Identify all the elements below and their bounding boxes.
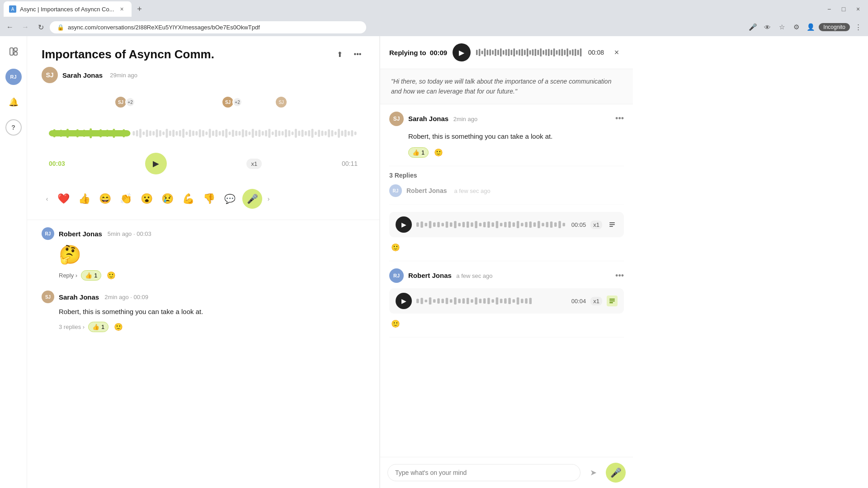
audio-player-main: SJ +2 SJ +2 SJ [42, 90, 365, 180]
svg-rect-169 [554, 222, 557, 227]
svg-rect-196 [504, 298, 507, 304]
svg-rect-179 [433, 299, 436, 303]
emoji-clap[interactable]: 👏 [116, 189, 136, 209]
panel-reply-2-speed[interactable]: x1 [590, 297, 602, 305]
svg-rect-175 [416, 299, 419, 303]
message-footer-1: Reply › 👍 1 🙂 [59, 269, 365, 282]
panel-close-button[interactable]: × [609, 45, 624, 60]
panel-reply-1-play[interactable]: ▶ [396, 216, 412, 233]
svg-rect-77 [295, 129, 297, 138]
panel-reply-1-emoji-react[interactable]: 🙂 [389, 241, 402, 253]
emoji-wow[interactable]: 😮 [137, 189, 156, 209]
window-maximize-button[interactable]: □ [837, 3, 850, 15]
svg-rect-90 [338, 129, 340, 138]
emoji-scroll-left[interactable]: ‹ [42, 193, 52, 204]
panel-reply-2-transcript[interactable] [607, 296, 618, 306]
svg-rect-19 [99, 129, 102, 137]
panel-reaction-thumbsup[interactable]: 👍 1 [408, 147, 429, 158]
emoji-scroll-right[interactable]: › [263, 193, 274, 204]
panel-reply-2-emoji-react[interactable]: 🙂 [389, 317, 402, 330]
svg-rect-135 [580, 48, 582, 56]
browser-tab-active[interactable]: A Async | Importances of Asyncn Co... × [4, 1, 132, 17]
svg-rect-105 [500, 48, 502, 56]
emoji-heart[interactable]: ❤️ [53, 189, 73, 209]
svg-rect-43 [182, 129, 184, 138]
panel-reply-1-audio: ▶ [389, 212, 624, 237]
emoji-comment[interactable]: 💬 [220, 189, 240, 209]
panel-emoji-react[interactable]: 🙂 [432, 146, 445, 159]
emoji-record-button[interactable]: 🎤 [242, 189, 262, 209]
message-more-2[interactable]: ••• [352, 291, 365, 303]
sidebar-help[interactable]: ? [5, 119, 22, 136]
reply-button-1[interactable]: Reply › [59, 272, 77, 279]
message-author-1: Robert Jonas [59, 230, 102, 238]
panel-reply-1-speed[interactable]: x1 [590, 221, 602, 229]
svg-rect-173 [609, 224, 615, 225]
panel-comment-more[interactable]: ••• [615, 114, 624, 123]
svg-rect-182 [446, 298, 448, 304]
header-actions: ⬆ ••• [332, 47, 365, 61]
lens-icon[interactable]: 👁 [761, 21, 774, 33]
replies-count-2[interactable]: 3 replies › [59, 324, 85, 330]
panel-reply-2-audio: ▶ [389, 288, 624, 314]
tab-close-button[interactable]: × [118, 5, 126, 13]
svg-rect-160 [517, 221, 519, 228]
sidebar-notifications[interactable]: 🔔 [5, 94, 22, 110]
emoji-thumbsdown[interactable]: 👎 [199, 189, 219, 209]
panel-reply-1-transcript[interactable] [607, 219, 618, 230]
menu-icon[interactable]: ⋮ [852, 21, 864, 33]
emoji-sad[interactable]: 😢 [157, 189, 177, 209]
back-button[interactable]: ← [4, 21, 16, 33]
forward-button[interactable]: → [19, 21, 32, 33]
sidebar-panel-toggle[interactable] [5, 43, 22, 60]
svg-rect-61 [242, 129, 244, 137]
svg-rect-30 [139, 129, 142, 138]
svg-rect-101 [490, 49, 491, 56]
panel-mic-button[interactable]: 🎤 [606, 463, 626, 483]
profile-icon[interactable]: 👤 [804, 21, 817, 33]
reaction-thumbsup-1[interactable]: 👍 1 [81, 270, 101, 281]
share-button[interactable]: ⬆ [332, 47, 347, 61]
svg-rect-92 [344, 130, 347, 137]
svg-rect-142 [441, 223, 444, 226]
microphone-icon[interactable]: 🎤 [746, 21, 759, 33]
reload-button[interactable]: ↻ [34, 21, 47, 33]
more-options-button[interactable]: ••• [350, 47, 365, 61]
panel-header-play-button[interactable]: ▶ [453, 43, 471, 61]
svg-rect-134 [577, 50, 579, 55]
waveform-container[interactable] [49, 122, 358, 149]
svg-rect-86 [325, 131, 327, 136]
play-button-main[interactable]: ▶ [145, 153, 167, 174]
avatar-rj-1: RJ [42, 227, 54, 240]
window-close-button[interactable]: × [852, 3, 864, 15]
svg-rect-184 [454, 297, 457, 305]
emoji-flex[interactable]: 💪 [178, 189, 198, 209]
emoji-thumbsup[interactable]: 👍 [74, 189, 94, 209]
panel-send-button[interactable]: ➤ [585, 465, 601, 481]
new-tab-button[interactable]: + [133, 3, 146, 15]
panel-input-field[interactable] [387, 464, 580, 481]
svg-rect-59 [235, 131, 237, 136]
svg-rect-11 [73, 131, 75, 135]
svg-rect-102 [492, 50, 494, 55]
svg-rect-138 [425, 223, 427, 226]
window-minimize-button[interactable]: − [823, 3, 835, 15]
panel-comment-footer: 👍 1 🙂 [408, 146, 624, 159]
svg-rect-47 [195, 131, 198, 136]
svg-rect-139 [429, 221, 432, 228]
speed-badge[interactable]: x1 [246, 159, 262, 169]
emoji-react-button-2[interactable]: 🙂 [112, 321, 125, 333]
sidebar-avatar[interactable]: RJ [5, 69, 22, 85]
reaction-thumbsup-2[interactable]: 👍 1 [88, 322, 108, 332]
extensions-icon[interactable]: ⚙ [790, 21, 802, 33]
star-icon[interactable]: ☆ [775, 21, 788, 33]
emoji-grin[interactable]: 😄 [95, 189, 115, 209]
panel-reply-2-more[interactable]: ••• [615, 271, 624, 280]
message-more-1[interactable]: ••• [352, 227, 365, 240]
url-bar[interactable]: 🔒 async.com/conversations/2I88ReXEu5YlYX… [50, 21, 366, 33]
panel-reply-2-play[interactable]: ▶ [396, 293, 412, 309]
emoji-react-button-1[interactable]: 🙂 [105, 269, 118, 282]
svg-rect-23 [113, 129, 115, 138]
svg-rect-25 [119, 131, 122, 135]
svg-rect-170 [558, 221, 561, 228]
